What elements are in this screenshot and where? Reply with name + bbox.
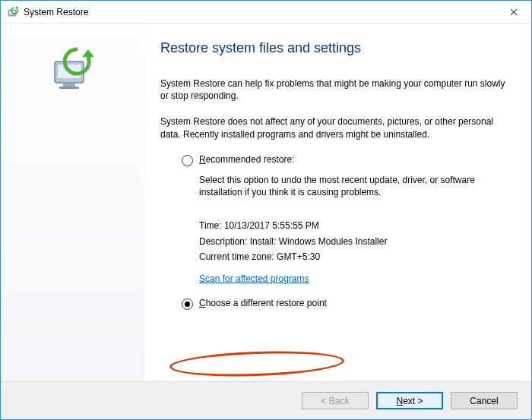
svg-rect-5: [63, 84, 75, 87]
back-button: < Back: [302, 392, 369, 409]
radio-recommended-restore[interactable]: Recommended restore:: [182, 154, 513, 166]
page-heading: Restore system files and settings: [160, 40, 513, 56]
system-restore-icon: [7, 6, 19, 18]
wizard-content: Restore system files and settings System…: [160, 40, 513, 317]
detail-timezone: Current time zone: GMT+5:30: [199, 249, 513, 264]
next-button[interactable]: Next >: [376, 392, 443, 409]
intro-paragraph-1: System Restore can help fix problems tha…: [160, 77, 513, 102]
svg-marker-7: [82, 49, 94, 57]
radio-label: Choose a different restore point: [199, 298, 327, 308]
scan-affected-programs-link[interactable]: Scan for affected programs: [199, 273, 309, 284]
wizard-sidebar: [1, 24, 145, 381]
radio-label: Recommended restore:: [199, 154, 294, 165]
radio-indicator: [182, 155, 193, 166]
svg-marker-2: [15, 6, 18, 8]
detail-time: Time: 10/13/2017 5:55:55 PM: [199, 218, 513, 233]
detail-description: Description: Install: Windows Modules In…: [199, 234, 513, 249]
intro-paragraph-2: System Restore does not affect any of yo…: [160, 115, 513, 140]
wizard-body: Restore system files and settings System…: [1, 24, 531, 381]
restore-details: Time: 10/13/2017 5:55:55 PM Description:…: [199, 218, 513, 264]
annotation-circle: [169, 349, 345, 379]
close-button[interactable]: [496, 1, 531, 24]
radio-indicator: [182, 298, 193, 310]
recommended-description: Select this option to undo the most rece…: [199, 174, 488, 198]
wizard-footer: < Back Next > Cancel: [1, 381, 531, 419]
titlebar: System Restore: [1, 1, 531, 24]
cancel-button[interactable]: Cancel: [451, 392, 518, 409]
restore-monitor-icon: [50, 46, 96, 92]
window-title: System Restore: [24, 7, 496, 17]
radio-choose-different[interactable]: Choose a different restore point: [182, 298, 513, 310]
svg-rect-6: [59, 87, 79, 89]
